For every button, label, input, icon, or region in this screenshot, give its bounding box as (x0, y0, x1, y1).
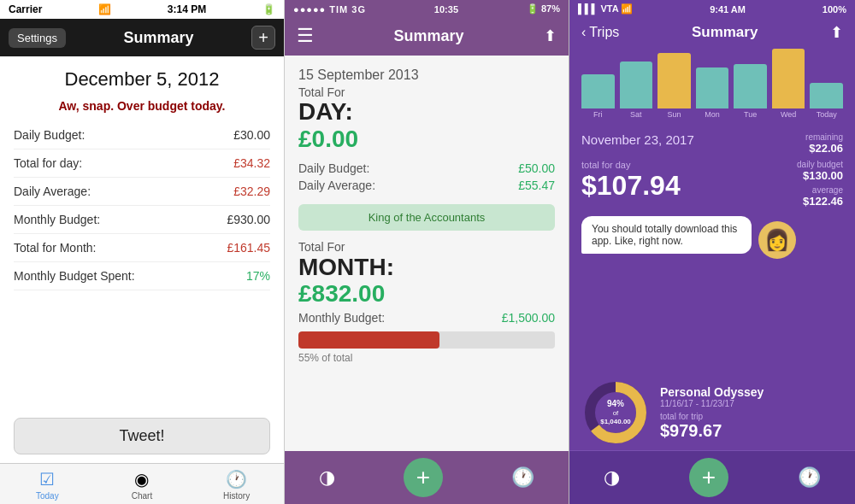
p1-status-bar: Carrier 📶 3:14 PM 🔋 (0, 0, 284, 19)
p1-tab-today[interactable]: ☑ Today (21, 469, 73, 501)
row-label-monthly-spent: Monthly Budget Spent: (14, 269, 135, 283)
row-label-total-month: Total for Month: (14, 241, 97, 255)
p1-add-button[interactable]: + (251, 26, 275, 50)
row-label-monthly-budget: Monthly Budget: (14, 213, 100, 226)
p1-carrier: Carrier (9, 3, 42, 15)
p2-day-sublabel: DAY: (298, 99, 555, 126)
p3-total-day-section: total for day $107.94 (581, 160, 681, 202)
p2-daily-budget-value: £50.00 (518, 161, 555, 175)
p3-total-day-amount: $107.94 (581, 170, 681, 202)
hamburger-menu-icon[interactable]: ☰ (297, 25, 314, 47)
chart-bar-sat (620, 62, 653, 108)
chart-bar-sun (657, 53, 691, 108)
row-label-total-day: Total for day: (14, 156, 82, 170)
p3-chart-bars (578, 54, 846, 108)
p2-header: ☰ Summary ⬆ (285, 18, 569, 56)
table-row: Total for Month: £161.45 (14, 234, 270, 262)
p2-clock-icon[interactable]: 🕐 (511, 466, 534, 489)
p3-remaining-label: remaining (805, 132, 843, 142)
donut-percent: 94% (600, 399, 631, 409)
p3-chat-message: You should totally download this app. Li… (592, 223, 737, 247)
today-icon: ☑ (39, 469, 55, 489)
row-value-monthly-budget: £930.00 (227, 213, 270, 226)
share-icon[interactable]: ⬆ (544, 26, 557, 45)
p2-pie-icon[interactable]: ◑ (319, 466, 335, 489)
p2-signal: ●●●●● TIM 3G (293, 4, 366, 15)
p2-battery: 🔋 87% (527, 3, 560, 15)
row-value-daily-budget: £30.00 (233, 128, 270, 142)
p2-total-day-amount: £0.00 (298, 126, 555, 153)
bar-today (810, 83, 843, 108)
chart-bar-today (810, 83, 843, 108)
chart-bar-mon (696, 67, 729, 108)
p3-trip-info: Personal Odyssey 11/16/17 - 11/23/17 tot… (660, 385, 843, 441)
p3-back-button[interactable]: ‹ Trips (581, 25, 619, 40)
bar-tue (734, 64, 767, 108)
p3-chat-bubble: You should totally download this app. Li… (581, 216, 752, 254)
p1-tab-history-label: History (223, 491, 250, 501)
row-label-daily-avg: Daily Average: (14, 185, 91, 198)
p3-bottom-section: 94% of $1,040.00 Personal Odyssey 11/16/… (569, 373, 855, 450)
p1-settings-button[interactable]: Settings (9, 28, 66, 48)
p1-date: December 5, 2012 (0, 56, 284, 96)
p3-signal: ▌▌▌ VTA 📶 (578, 3, 633, 15)
avatar-emoji: 👩 (764, 228, 790, 252)
panel-right: ▌▌▌ VTA 📶 9:41 AM 100% ‹ Trips Summary ⬆ (569, 0, 855, 504)
row-value-total-day: £34.32 (233, 156, 270, 170)
p2-add-button[interactable]: + (404, 458, 443, 497)
p3-tab-bar: ◑ + 🕐 (569, 450, 855, 504)
donut-amount: $1,040.00 (600, 418, 631, 426)
p3-pie-icon[interactable]: ◑ (604, 466, 620, 489)
p3-trip-name: Personal Odyssey (660, 385, 843, 399)
p1-budget-rows: Daily Budget: £30.00 Total for day: £34.… (0, 121, 284, 407)
p1-title: Summary (123, 29, 193, 47)
p3-title: Summary (692, 24, 758, 41)
p1-battery: 🔋 (262, 3, 275, 15)
bar-wed (772, 49, 805, 108)
p3-donut-chart: 94% of $1,040.00 (581, 378, 650, 447)
donut-of: of (600, 409, 631, 418)
bar-mon (696, 67, 729, 108)
p3-chart: Fri Sat Sun Mon Tue Wed Today (569, 49, 855, 126)
chart-label-tue: Tue (734, 110, 767, 119)
table-row: Monthly Budget: £930.00 (14, 206, 270, 234)
p3-share-icon[interactable]: ⬆ (830, 23, 843, 42)
p2-total-day-label: Total For DAY: (298, 86, 555, 126)
p2-sub-rows: Daily Budget: £50.00 Daily Average: £55.… (298, 160, 555, 194)
p2-progress-bar (298, 331, 555, 349)
p1-tweet-area: Tweet! (0, 407, 284, 463)
p3-right-budget-stats: daily budget $130.00 average $122.46 (797, 160, 843, 208)
chart-bar-wed (772, 49, 805, 108)
bar-sat (620, 62, 653, 108)
p1-tweet-button[interactable]: Tweet! (14, 418, 270, 454)
p1-time: 3:14 PM (168, 3, 206, 15)
chart-label-sun: Sun (657, 110, 691, 119)
p1-tab-bar: ☑ Today ◉ Chart 🕐 History (0, 463, 284, 504)
p1-over-budget-message: Aw, snap. Over budget today. (0, 96, 284, 121)
p2-monthly-budget-row: Monthly Budget: £1,500.00 (298, 311, 555, 325)
p1-wifi-icon: 📶 (98, 3, 111, 15)
chart-label-mon: Mon (696, 110, 729, 119)
p3-daily-budget-label: daily budget (797, 160, 843, 169)
p2-month-sublabel: MONTH: (298, 255, 555, 281)
p3-date: November 23, 2017 (581, 132, 694, 147)
bar-sun (657, 53, 691, 108)
table-row: Total for day: £34.32 (14, 149, 270, 178)
p3-chart-labels: Fri Sat Sun Mon Tue Wed Today (578, 108, 846, 119)
p1-tab-history[interactable]: 🕐 History (211, 469, 262, 501)
table-row: Daily Average: £32.29 (14, 178, 270, 206)
chart-label-wed: Wed (772, 110, 805, 119)
chevron-left-icon: ‹ (581, 25, 586, 40)
p1-tab-today-label: Today (36, 491, 59, 501)
p1-tab-chart[interactable]: ◉ Chart (116, 469, 168, 501)
p3-status-bar: ▌▌▌ VTA 📶 9:41 AM 100% (569, 0, 855, 18)
p2-tab-bar: ◑ + 🕐 (285, 451, 569, 504)
p3-clock-icon[interactable]: 🕐 (798, 466, 821, 489)
panel-middle: ●●●●● TIM 3G 10:35 🔋 87% ☰ Summary ⬆ 15 … (285, 0, 569, 504)
p2-status-bar: ●●●●● TIM 3G 10:35 🔋 87% (285, 0, 569, 18)
row-value-daily-avg: £32.29 (233, 185, 270, 198)
p3-add-button[interactable]: + (689, 458, 728, 497)
history-icon: 🕐 (226, 469, 247, 489)
table-row: Monthly Budget Spent: 17% (14, 262, 270, 290)
p3-remaining-value: $22.06 (805, 142, 843, 155)
